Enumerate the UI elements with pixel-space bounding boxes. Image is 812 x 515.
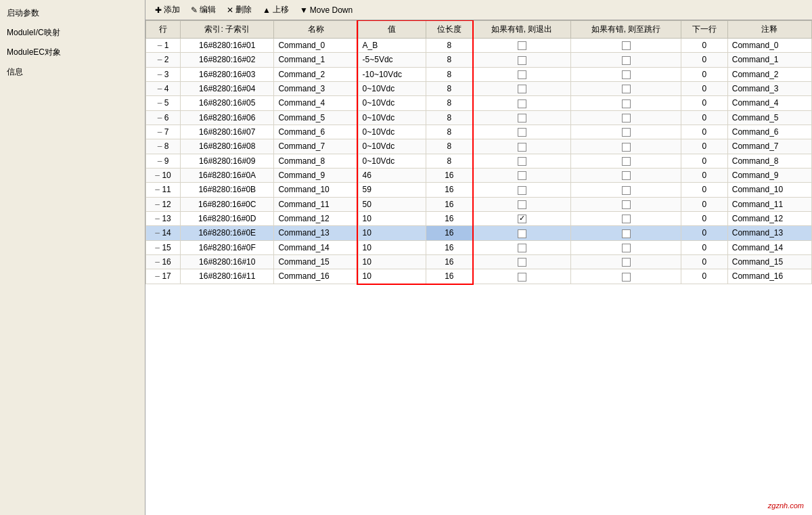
table-row[interactable]: – 1516#8280:16#0FCommand_1410160Command_… xyxy=(146,240,812,254)
cell-jump-checkbox[interactable] xyxy=(571,168,681,182)
table-row[interactable]: – 1616#8280:16#10Command_1510160Command_… xyxy=(146,254,812,269)
jump-checkbox[interactable] xyxy=(622,128,631,137)
exit-checkbox[interactable] xyxy=(518,244,526,252)
jump-checkbox[interactable] xyxy=(622,157,631,166)
cell-jump-checkbox[interactable] xyxy=(571,211,681,225)
exit-checkbox[interactable] xyxy=(518,186,526,195)
cell-jump-checkbox[interactable] xyxy=(571,269,681,284)
table-row[interactable]: – 616#8280:16#06Command_50~10Vdc80Comman… xyxy=(146,110,812,125)
cell-exit-checkbox[interactable] xyxy=(472,269,571,284)
cell-jump-checkbox[interactable] xyxy=(571,154,681,168)
edit-icon: ✎ xyxy=(191,5,198,15)
exit-checkbox[interactable] xyxy=(518,70,526,79)
table-row[interactable]: – 916#8280:16#09Command_80~10Vdc80Comman… xyxy=(146,154,812,168)
add-button[interactable]: ✚ 添加 xyxy=(151,3,184,17)
table-row[interactable]: – 1216#8280:16#0CCommand_1150160Command_… xyxy=(146,197,812,211)
exit-checkbox[interactable] xyxy=(518,114,526,122)
exit-checkbox[interactable] xyxy=(518,56,526,65)
jump-checkbox[interactable] xyxy=(622,143,631,152)
jump-checkbox[interactable] xyxy=(622,99,631,108)
cell-exit-checkbox[interactable] xyxy=(472,53,571,67)
exit-checkbox[interactable] xyxy=(518,258,526,267)
jump-checkbox[interactable] xyxy=(622,171,631,180)
sidebar-item-startup[interactable]: 启动参数 xyxy=(0,3,145,23)
exit-checkbox[interactable] xyxy=(518,85,526,93)
sidebar-item-info[interactable]: 信息 xyxy=(0,62,145,82)
exit-checkbox[interactable] xyxy=(518,99,526,108)
table-row[interactable]: – 316#8280:16#03Command_2-10~10Vdc80Comm… xyxy=(146,67,812,81)
exit-checkbox[interactable] xyxy=(518,200,526,209)
cell-jump-checkbox[interactable] xyxy=(571,96,681,110)
jump-checkbox[interactable] xyxy=(622,85,631,93)
exit-checkbox[interactable] xyxy=(518,215,526,223)
jump-checkbox[interactable] xyxy=(622,244,631,252)
jump-checkbox[interactable] xyxy=(622,273,631,282)
cell-name: Command_9 xyxy=(274,168,358,182)
sidebar-item-module-io[interactable]: ModuleI/C映射 xyxy=(0,23,145,43)
exit-checkbox[interactable] xyxy=(518,171,526,180)
exit-checkbox[interactable] xyxy=(518,157,526,166)
exit-checkbox[interactable] xyxy=(518,273,526,282)
cell-exit-checkbox[interactable] xyxy=(472,125,571,139)
cell-exit-checkbox[interactable] xyxy=(472,254,571,269)
cell-exit-checkbox[interactable] xyxy=(472,240,571,254)
cell-exit-checkbox[interactable] xyxy=(472,96,571,110)
down-button[interactable]: ▼ Move Down xyxy=(296,4,357,16)
table-row[interactable]: – 516#8280:16#05Command_40~10Vdc80Comman… xyxy=(146,96,812,110)
cell-jump-checkbox[interactable] xyxy=(571,197,681,211)
table-row[interactable]: – 116#8280:16#01Command_0A_B80Command_0 xyxy=(146,39,812,53)
edit-button[interactable]: ✎ 编辑 xyxy=(187,3,220,17)
cell-exit-checkbox[interactable] xyxy=(472,39,571,53)
cell-jump-checkbox[interactable] xyxy=(571,183,681,197)
jump-checkbox[interactable] xyxy=(622,229,631,238)
cell-exit-checkbox[interactable] xyxy=(472,110,571,125)
table-row[interactable]: – 1016#8280:16#0ACommand_946160Command_9 xyxy=(146,168,812,182)
jump-checkbox[interactable] xyxy=(622,200,631,209)
cell-jump-checkbox[interactable] xyxy=(571,67,681,81)
cell-jump-checkbox[interactable] xyxy=(571,39,681,53)
delete-button[interactable]: ✕ 删除 xyxy=(223,3,256,17)
table-row[interactable]: – 1416#8280:16#0ECommand_1310160Command_… xyxy=(146,226,812,240)
cell-exit-checkbox[interactable] xyxy=(472,67,571,81)
exit-checkbox[interactable] xyxy=(518,143,526,152)
jump-checkbox[interactable] xyxy=(622,41,631,50)
cell-jump-checkbox[interactable] xyxy=(571,81,681,95)
exit-checkbox[interactable] xyxy=(518,41,526,50)
jump-checkbox[interactable] xyxy=(622,186,631,195)
cell-exit-checkbox[interactable] xyxy=(472,211,571,225)
jump-checkbox[interactable] xyxy=(622,70,631,79)
cell-next: 0 xyxy=(681,183,727,197)
jump-checkbox[interactable] xyxy=(622,215,631,223)
jump-checkbox[interactable] xyxy=(622,114,631,122)
table-row[interactable]: – 716#8280:16#07Command_60~10Vdc80Comman… xyxy=(146,125,812,139)
cell-exit-checkbox[interactable] xyxy=(472,226,571,240)
cell-exit-checkbox[interactable] xyxy=(472,183,571,197)
cell-jump-checkbox[interactable] xyxy=(571,139,681,154)
exit-checkbox[interactable] xyxy=(518,128,526,137)
cell-exit-checkbox[interactable] xyxy=(472,168,571,182)
cell-jump-checkbox[interactable] xyxy=(571,240,681,254)
cell-jump-checkbox[interactable] xyxy=(571,125,681,139)
table-row[interactable]: – 1116#8280:16#0BCommand_1059160Command_… xyxy=(146,183,812,197)
table-row[interactable]: – 1316#8280:16#0DCommand_1210160Command_… xyxy=(146,211,812,225)
table-row[interactable]: – 1716#8280:16#11Command_1610160Command_… xyxy=(146,269,812,284)
cell-exit-checkbox[interactable] xyxy=(472,139,571,154)
cell-jump-checkbox[interactable] xyxy=(571,110,681,125)
jump-checkbox[interactable] xyxy=(622,56,631,65)
sidebar-item-module-ec[interactable]: ModuleEC对象 xyxy=(0,43,145,62)
table-row[interactable]: – 416#8280:16#04Command_30~10Vdc80Comman… xyxy=(146,81,812,95)
table-wrapper[interactable]: 行 索引: 子索引 名称 值 位长度 如果有错, 则退出 如果有错, 则至跳行 … xyxy=(145,20,812,515)
down-label: Move Down xyxy=(310,5,353,15)
cell-exit-checkbox[interactable] xyxy=(472,197,571,211)
jump-checkbox[interactable] xyxy=(622,258,631,267)
cell-jump-checkbox[interactable] xyxy=(571,226,681,240)
cell-exit-checkbox[interactable] xyxy=(472,81,571,95)
cell-index: 16#8280:16#01 xyxy=(181,39,274,53)
exit-checkbox[interactable] xyxy=(518,229,526,238)
cell-jump-checkbox[interactable] xyxy=(571,254,681,269)
up-button[interactable]: ▲ 上移 xyxy=(258,3,293,17)
table-row[interactable]: – 816#8280:16#08Command_70~10Vdc80Comman… xyxy=(146,139,812,154)
cell-exit-checkbox[interactable] xyxy=(472,154,571,168)
table-row[interactable]: – 216#8280:16#02Command_1-5~5Vdc80Comman… xyxy=(146,53,812,67)
cell-jump-checkbox[interactable] xyxy=(571,53,681,67)
